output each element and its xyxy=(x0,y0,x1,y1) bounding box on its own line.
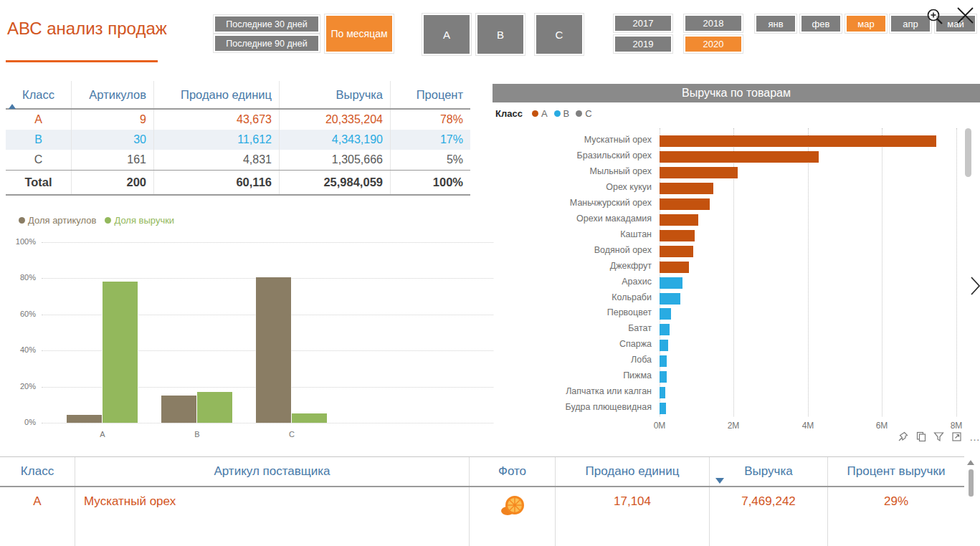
zoom-in-icon[interactable] xyxy=(926,7,947,29)
period-button-last-30-days[interactable]: Последние 30 дней xyxy=(215,16,318,32)
column-header-articles[interactable]: Артикулов xyxy=(72,81,154,108)
bar-Батат[interactable] xyxy=(660,324,670,335)
category-label[interactable]: Каштан xyxy=(493,229,652,239)
cell-revenue: 4,343,190 xyxy=(280,130,391,150)
chart-scrollbar[interactable] xyxy=(965,128,971,177)
more-options-icon[interactable]: … xyxy=(969,434,980,441)
bar-Мыльный орех[interactable] xyxy=(660,167,738,178)
category-label[interactable]: Бразильский орех xyxy=(493,150,652,161)
bar-A-series-0[interactable] xyxy=(67,415,102,423)
cell-percent: 78% xyxy=(391,110,470,130)
bar-Орехи макадамия[interactable] xyxy=(660,214,698,226)
bar-B-series-0[interactable] xyxy=(161,396,196,423)
category-label[interactable]: Спаржа xyxy=(493,339,652,349)
column-header-photo[interactable]: Фото xyxy=(470,457,556,486)
scroll-up-icon[interactable] xyxy=(967,460,974,465)
x-axis-tick-label: 6M xyxy=(867,421,896,431)
bar-Спаржа[interactable] xyxy=(660,340,668,351)
bar-Маньчжурский орех[interactable] xyxy=(660,198,710,210)
class-button-c[interactable]: С xyxy=(536,15,582,54)
year-button-2017[interactable]: 2017 xyxy=(615,16,671,31)
month-button-jan[interactable]: янв xyxy=(756,16,795,32)
bar-Лапчатка или калган[interactable] xyxy=(660,387,665,398)
bar-Пижма[interactable] xyxy=(660,371,667,383)
bar-Будра плющевидная[interactable] xyxy=(660,403,666,414)
detail-table-row-muskatny-oreh[interactable]: A Мускатный орех 17,104 7,469,242 29% xyxy=(0,487,964,546)
bar-Орех кукуи[interactable] xyxy=(660,183,713,194)
column-header-units[interactable]: Продано единиц xyxy=(154,81,280,108)
chevron-right-icon[interactable] xyxy=(970,275,980,297)
gridline-horizontal xyxy=(42,242,493,243)
column-header-units[interactable]: Продано единиц xyxy=(556,457,710,486)
table-row-class-a[interactable]: A 9 43,673 20,335,204 78% xyxy=(6,110,470,130)
column-header-revenue[interactable]: Выручка xyxy=(710,457,828,486)
page-title: АВС анализ продаж xyxy=(7,19,167,39)
bar-Бразильский орех[interactable] xyxy=(660,151,819,163)
month-button-apr[interactable]: апр xyxy=(891,16,930,32)
month-button-mar-selected[interactable]: мар xyxy=(847,16,885,32)
bar-C-series-0[interactable] xyxy=(256,277,291,423)
legend-item[interactable]: B xyxy=(554,108,570,119)
x-axis-category-label: A xyxy=(88,430,117,439)
sort-descending-icon xyxy=(715,478,724,484)
bar-Арахис[interactable] xyxy=(660,277,682,289)
category-label[interactable]: Маньчжурский орех xyxy=(493,198,652,208)
legend-dot-icon xyxy=(576,110,582,117)
column-header-class[interactable]: Класс xyxy=(0,457,75,486)
bar-B-series-1[interactable] xyxy=(197,392,232,423)
legend-item[interactable]: Доля артикулов xyxy=(19,215,96,226)
filter-icon[interactable] xyxy=(933,431,944,442)
bar-Джекфрут[interactable] xyxy=(660,262,689,273)
legend-label: B xyxy=(563,108,570,119)
category-label[interactable]: Мыльный орех xyxy=(493,166,652,176)
bar-Водяной орех[interactable] xyxy=(660,246,693,257)
category-label[interactable]: Кольраби xyxy=(493,292,652,302)
pin-icon[interactable] xyxy=(898,431,908,442)
month-button-feb[interactable]: фев xyxy=(801,16,840,32)
bar-Каштан[interactable] xyxy=(660,230,695,241)
bar-A-series-1[interactable] xyxy=(103,282,138,423)
category-label[interactable]: Первоцвет xyxy=(493,307,652,317)
year-button-2020-selected[interactable]: 2020 xyxy=(685,37,741,52)
category-label[interactable]: Водяной орех xyxy=(493,245,652,255)
column-header-class[interactable]: Класс xyxy=(6,81,72,108)
category-label[interactable]: Лапчатка или калган xyxy=(493,386,652,396)
legend-item[interactable]: A xyxy=(532,108,548,119)
category-label[interactable]: Будра плющевидная xyxy=(493,402,652,412)
column-header-revenue-percent[interactable]: Процент выручки xyxy=(828,457,964,486)
class-button-b[interactable]: В xyxy=(477,15,523,54)
table-row-class-c[interactable]: C 161 4,831 1,305,666 5% xyxy=(6,150,470,170)
table-row-class-b-selected[interactable]: B 30 11,612 4,343,190 17% xyxy=(6,130,470,150)
period-button-by-months[interactable]: По месяцам xyxy=(326,16,392,52)
category-label[interactable]: Батат xyxy=(493,323,652,333)
focus-mode-icon[interactable] xyxy=(951,431,962,442)
legend-item[interactable]: C xyxy=(576,108,591,119)
chart-title: Выручка по товарам xyxy=(493,84,980,102)
column-header-revenue[interactable]: Выручка xyxy=(280,81,391,108)
scrollbar-thumb[interactable] xyxy=(969,469,974,497)
close-icon[interactable] xyxy=(953,3,977,27)
category-label[interactable]: Орехи макадамия xyxy=(493,214,652,224)
period-button-last-90-days[interactable]: Последние 90 дней xyxy=(215,36,318,51)
legend-item[interactable]: Доля выручки xyxy=(105,215,174,226)
copy-icon[interactable] xyxy=(915,431,926,442)
year-button-2019[interactable]: 2019 xyxy=(615,37,671,52)
bar-Лоба[interactable] xyxy=(660,355,667,367)
category-label[interactable]: Арахис xyxy=(493,277,652,287)
y-axis-tick-label: 100% xyxy=(0,237,36,246)
bar-Кольраби[interactable] xyxy=(660,293,680,305)
column-header-percent[interactable]: Процент xyxy=(391,81,470,108)
category-label[interactable]: Джекфрут xyxy=(493,261,652,271)
bar-Первоцвет[interactable] xyxy=(660,308,671,320)
bar-Мускатный орех[interactable] xyxy=(660,135,936,147)
category-label[interactable]: Лоба xyxy=(493,355,652,365)
category-label[interactable]: Мускатный орех xyxy=(493,135,652,145)
year-button-2018[interactable]: 2018 xyxy=(685,16,741,31)
bar-C-series-1[interactable] xyxy=(292,413,327,423)
y-axis-tick-label: 20% xyxy=(0,382,36,391)
column-header-article[interactable]: Артикул поставщика xyxy=(75,457,470,486)
category-label[interactable]: Орех кукуи xyxy=(493,182,652,192)
class-button-a[interactable]: А xyxy=(424,15,470,54)
category-label[interactable]: Пижма xyxy=(493,370,652,380)
product-detail-table: Класс Артикул поставщика Фото Продано ед… xyxy=(0,456,964,546)
